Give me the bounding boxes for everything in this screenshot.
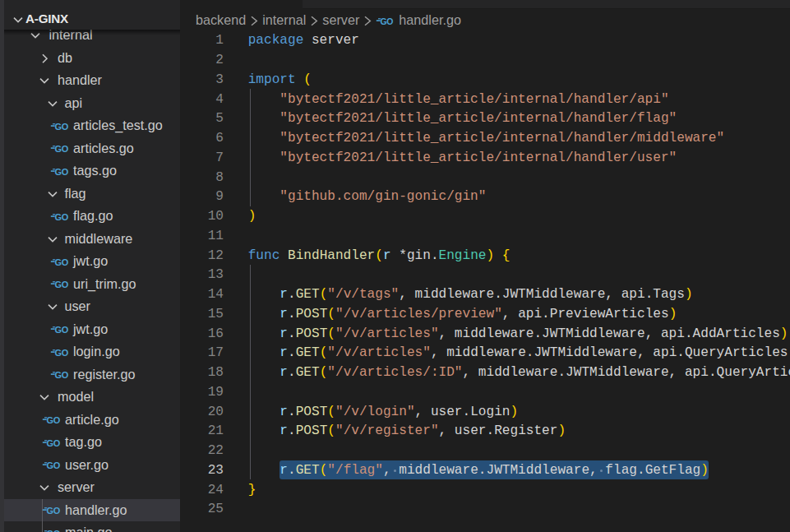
svg-text:GO: GO: [381, 16, 394, 25]
